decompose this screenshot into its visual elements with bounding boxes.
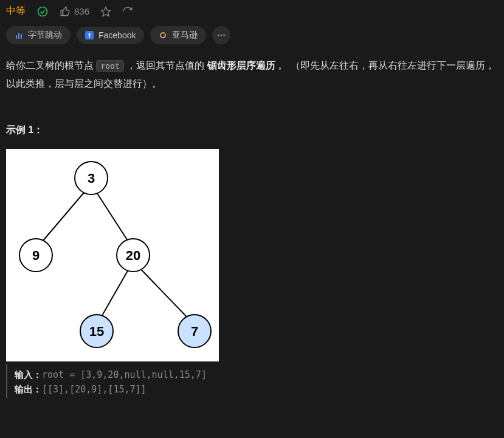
likes-count: 836 bbox=[74, 6, 89, 16]
tag-label: Facebook bbox=[98, 30, 136, 40]
more-dots-icon bbox=[216, 30, 226, 40]
redo-arrow-icon bbox=[122, 6, 133, 17]
input-label: 输入： bbox=[15, 369, 42, 380]
svg-point-3 bbox=[221, 35, 222, 36]
desc-text: 给你二叉树的根节点 bbox=[6, 60, 96, 70]
svg-text:7: 7 bbox=[191, 324, 198, 339]
example-heading: 示例 1： bbox=[6, 124, 498, 137]
output-label: 输出： bbox=[15, 384, 42, 394]
tree-node-9: 9 bbox=[19, 239, 52, 272]
tag-label: 亚马逊 bbox=[172, 30, 198, 41]
facebook-icon: f bbox=[85, 31, 94, 39]
tree-node-20: 20 bbox=[117, 239, 150, 272]
desc-text: ，返回其节点值的 bbox=[124, 60, 207, 70]
tag-facebook[interactable]: f Facebook bbox=[77, 27, 144, 44]
star-icon bbox=[100, 6, 111, 17]
bytedance-icon bbox=[15, 31, 23, 39]
more-tags-button[interactable] bbox=[212, 26, 230, 44]
tree-node-7: 7 bbox=[178, 315, 211, 347]
example-output-line: 输出：[[3],[20,9],[15,7]] bbox=[15, 382, 498, 397]
svg-text:15: 15 bbox=[89, 324, 104, 339]
svg-point-2 bbox=[218, 35, 219, 36]
company-tags: 字节跳动 f Facebook 亚马逊 bbox=[6, 26, 498, 56]
svg-line-8 bbox=[133, 261, 195, 325]
svg-text:3: 3 bbox=[88, 171, 95, 186]
svg-marker-1 bbox=[102, 7, 111, 16]
tree-node-3: 3 bbox=[75, 162, 108, 194]
svg-text:9: 9 bbox=[32, 248, 40, 263]
amazon-icon bbox=[159, 31, 167, 39]
desc-bold: 锯齿形层序遍历 bbox=[207, 60, 275, 70]
example-io: 输入：root = [3,9,20,null,null,15,7] 输出：[[3… bbox=[6, 364, 498, 398]
tree-node-15: 15 bbox=[80, 315, 113, 347]
problem-meta: 中等 836 bbox=[6, 5, 498, 26]
svg-text:20: 20 bbox=[126, 248, 140, 263]
share-button[interactable] bbox=[122, 6, 133, 17]
input-value: root = [3,9,20,null,null,15,7] bbox=[42, 369, 207, 380]
favorite-button[interactable] bbox=[100, 6, 111, 17]
svg-point-4 bbox=[224, 35, 225, 36]
thumbs-up-icon bbox=[60, 6, 71, 17]
svg-line-6 bbox=[91, 184, 133, 249]
svg-line-5 bbox=[36, 184, 91, 249]
problem-description: 给你二叉树的根节点 root ，返回其节点值的 锯齿形层序遍历 。 （即先从左往… bbox=[6, 56, 498, 94]
example-input-line: 输入：root = [3,9,20,null,null,15,7] bbox=[15, 368, 498, 382]
desc-code: root bbox=[96, 60, 123, 72]
svg-point-0 bbox=[38, 7, 47, 16]
tag-label: 字节跳动 bbox=[28, 30, 62, 41]
like-button[interactable]: 836 bbox=[60, 6, 89, 17]
tag-bytedance[interactable]: 字节跳动 bbox=[6, 26, 71, 44]
difficulty-badge: 中等 bbox=[6, 5, 26, 18]
example-tree-image: 3 9 20 15 7 bbox=[6, 149, 219, 361]
output-value: [[3],[20,9],[15,7]] bbox=[42, 384, 147, 395]
solved-check-icon[interactable] bbox=[36, 5, 49, 18]
tag-amazon[interactable]: 亚马逊 bbox=[150, 26, 206, 44]
